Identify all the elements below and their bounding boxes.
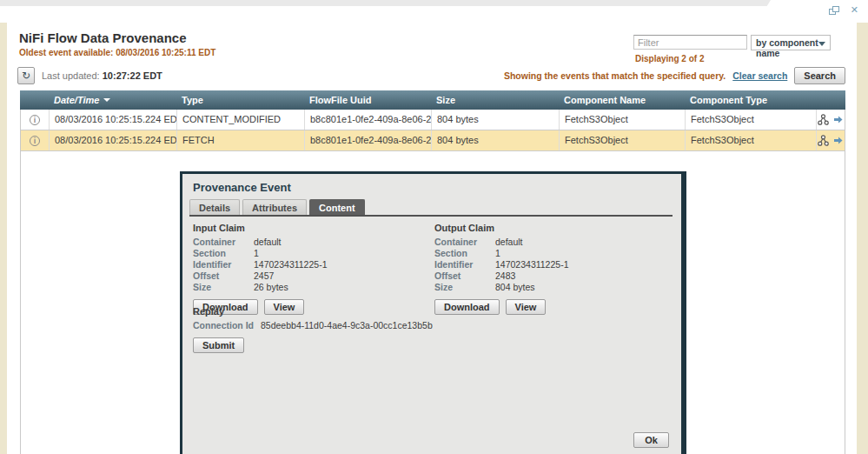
header-flowfile-uuid[interactable]: FlowFile Uuid [304,90,431,110]
page-title: NiFi Flow Data Provenance [19,30,187,45]
field-label: Container [193,237,254,248]
window-controls: ✕ [757,0,868,23]
show-lineage-icon[interactable] [818,135,829,146]
field-label: Identifier [434,259,495,270]
search-button[interactable]: Search [794,67,845,84]
page-right-edge [857,23,868,454]
toolbar-left: ↻ Last updated: 10:27:22 EDT [17,67,162,84]
output-claim-heading: Output Claim [434,223,660,233]
field-value: 2457 [254,270,274,282]
cell-component-name: FetchS3Object [560,130,686,150]
event-details-icon[interactable] [30,136,40,146]
provenance-event-dialog: Provenance Event Details Attributes Cont… [180,171,686,454]
output-claim-section: Output Claim Containerdefault Section1 I… [434,223,660,315]
output-download-button[interactable]: Download [434,299,500,315]
header-actions-column [816,90,844,110]
chevron-down-icon [818,42,825,46]
field-value: 1470234311225-1 [495,259,568,270]
connection-id-label: Connection Id [193,320,261,331]
connection-id-value: 85deebb4-11d0-4ae4-9c3a-00cc1ce13b5b [261,320,433,331]
displaying-count: Displaying 2 of 2 [635,54,704,63]
show-lineage-icon[interactable] [818,114,829,125]
ok-button[interactable]: Ok [633,432,669,448]
cell-component-name: FetchS3Object [560,110,686,130]
filter-input[interactable] [633,35,747,50]
go-to-event-icon[interactable] [832,135,844,146]
cell-size: 804 bytes [432,110,560,130]
field-value: 804 bytes [495,282,535,293]
sort-desc-icon [103,98,110,102]
field-value: 1470234311225-1 [254,259,327,270]
refresh-button[interactable]: ↻ [17,67,35,84]
oldest-event-text: Oldest event available: 08/03/2016 10:25… [19,48,215,57]
table-header-row: Date/Time Type FlowFile Uuid Size Compon… [20,90,845,110]
header-info-column [20,90,49,110]
field-label: Offset [434,270,495,282]
last-updated-time: 10:27:22 EDT [103,70,162,81]
cell-component-type: FetchS3Object [686,130,817,150]
dialog-tabs: Details Attributes Content [189,199,365,215]
input-claim-section: Input Claim Containerdefault Section1 Id… [193,223,419,315]
field-value: default [495,237,523,248]
event-details-icon[interactable] [30,115,40,125]
toolbar-right: Showing the events that match the specif… [504,67,845,84]
field-label: Size [434,282,495,293]
dialog-title: Provenance Event [193,181,291,194]
field-label: Offset [193,270,254,282]
field-label: Container [434,237,495,248]
page-top-strip [0,0,868,6]
header-component-name[interactable]: Component Name [559,90,685,110]
close-icon[interactable]: ✕ [851,4,858,16]
field-label: Section [434,248,495,259]
submit-button[interactable]: Submit [193,337,244,353]
field-value: 1 [254,248,259,259]
last-updated-label: Last updated: [42,70,100,81]
field-label: Identifier [193,259,254,270]
cell-component-type: FetchS3Object [686,110,817,130]
header-date-time[interactable]: Date/Time [49,90,176,110]
header-date-time-label: Date/Time [54,95,99,105]
filter-by-value: by component name [756,37,830,58]
field-value: 1 [495,248,500,259]
field-value: 26 bytes [254,282,288,293]
cell-date-time: 08/03/2016 10:25:15.224 EDT [50,110,177,130]
field-value: 2483 [495,270,515,282]
output-view-button[interactable]: View [506,299,547,315]
table-row-selected[interactable]: 08/03/2016 10:25:15.224 EDT FETCH b8c801… [21,130,845,151]
replay-section: Replay Connection Id85deebb4-11d0-4ae4-9… [193,306,433,353]
filter-by-dropdown[interactable]: by component name [751,35,831,50]
header-type[interactable]: Type [176,90,304,110]
clear-search-link[interactable]: Clear search [732,70,787,81]
tab-underline [189,215,673,217]
replay-heading: Replay [193,306,433,317]
input-claim-heading: Input Claim [193,223,419,233]
cell-size: 804 bytes [432,130,560,150]
table-row[interactable]: 08/03/2016 10:25:15.224 EDT CONTENT_MODI… [21,110,845,130]
go-to-event-icon[interactable] [832,114,844,125]
cell-flowfile-uuid: b8c801e1-0fe2-409a-8e06-2c1a.. [305,130,432,150]
cell-date-time: 08/03/2016 10:25:15.224 EDT [50,130,177,150]
field-label: Size [193,282,254,293]
query-status-text: Showing the events that match the specif… [504,70,726,81]
header-component-type[interactable]: Component Type [685,90,816,110]
header-size[interactable]: Size [431,90,559,110]
last-updated: Last updated: 10:27:22 EDT [42,70,162,81]
tab-content[interactable]: Content [309,199,365,215]
cell-type: FETCH [177,130,305,150]
tab-attributes[interactable]: Attributes [242,199,307,215]
cell-flowfile-uuid: b8c801e1-0fe2-409a-8e06-2c1a.. [305,110,432,130]
field-value: default [254,237,282,248]
tab-details[interactable]: Details [189,199,240,215]
page-left-edge [0,23,7,454]
field-label: Section [193,248,254,259]
cell-type: CONTENT_MODIFIED [177,110,305,130]
popout-icon[interactable] [829,6,839,16]
